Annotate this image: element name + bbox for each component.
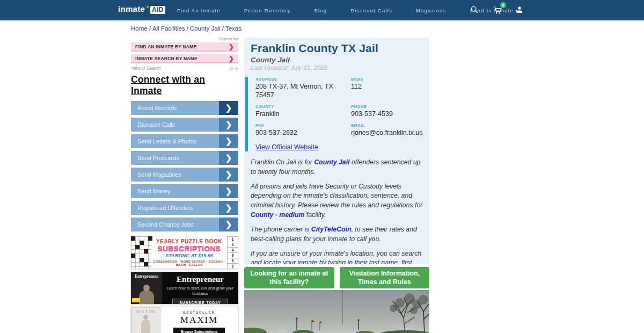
yahoo-search-label: Yahoo! Search	[131, 66, 161, 71]
beds-value: 112	[351, 82, 423, 91]
header-nav: Find An InmatePrison DirectoryBlogDiscou…	[177, 0, 518, 20]
search-icon[interactable]	[470, 5, 480, 15]
nav-prison-directory[interactable]: Prison Directory	[244, 8, 291, 13]
sudoku-digit: 9	[232, 254, 234, 257]
sudoku-digit: 2	[232, 264, 234, 268]
sidebar-item-label: Discount Calls	[131, 118, 219, 132]
cart-icon[interactable]: 0	[493, 5, 502, 15]
sidebar-item-second-chance-jobs[interactable]: Second Chance Jobs❯	[131, 218, 238, 231]
sidebar-item-discount-calls[interactable]: Discount Calls❯	[131, 118, 238, 132]
facility-photo	[244, 290, 429, 333]
sidebar-item-send-postcards[interactable]: Send Postcards❯	[131, 151, 238, 165]
breadcrumb-separator: /	[222, 25, 224, 32]
last-updated: Last Updated: July 21, 2025	[251, 64, 423, 71]
account-icon[interactable]	[515, 5, 525, 15]
sidebar-item-send-money[interactable]: Send Money❯	[131, 184, 238, 198]
breadcrumb-texas[interactable]: Texas	[225, 25, 241, 32]
county-value: Franklin	[255, 110, 347, 118]
logo-aid-badge: AID	[150, 6, 165, 14]
sidebar-item-label: Send Letters & Photos	[131, 134, 219, 148]
sidebar-item-label: Arrest Records	[131, 101, 219, 115]
sidebar-item-registered-offenders[interactable]: Registered Offenders❯	[131, 201, 238, 215]
puzzle-book-ad[interactable]: 144952 YEARLY PUZZLE BOOK SUBSCRIPTIONS …	[131, 236, 238, 269]
search-for-label: Search for	[131, 37, 238, 41]
breadcrumb-home[interactable]: Home	[131, 25, 148, 32]
ad-link-label: INMATE SEARCH BY NAME	[135, 56, 197, 61]
adchoices-icon[interactable]: ▷	[230, 66, 233, 71]
body-paragraph: The phone carrier is CityTeleCoin, to se…	[251, 225, 423, 244]
puzzle-ad-price: STARTING AT $19.95	[151, 253, 227, 258]
sudoku-digit: 1	[232, 237, 234, 241]
body-paragraph: Franklin Co Jail is for County Jail offe…	[251, 158, 423, 177]
nav-find-an-inmate[interactable]: Find An Inmate	[177, 8, 221, 13]
ad-link-label: FIND AN INMATE BY NAME	[135, 44, 196, 49]
fax-value: 903-537-2632	[255, 128, 347, 137]
official-website-link[interactable]: View Official Website	[255, 143, 318, 151]
sudoku-digit: 4	[232, 243, 234, 247]
header-icons: 0	[470, 0, 525, 20]
beds-cell: BEDS 112	[351, 77, 423, 99]
site-logo[interactable]: inmate✶AID	[118, 4, 165, 13]
facility-info: ADDRESS 208 TX-37, Mt Vernon, TX 75457 B…	[245, 77, 423, 151]
connect-heading: Connect with an Inmate	[131, 74, 238, 97]
puzzle-ad-line2: SUBSCRIPTIONS	[151, 244, 227, 252]
link-county-jail[interactable]: County Jail	[314, 158, 349, 166]
entrepreneur-tagline: Learn how to start, run and grow your bu…	[162, 286, 238, 296]
ad-footer: Yahoo! Search ▷⊘	[131, 66, 238, 71]
entrepreneur-cover: Entrepreneur	[131, 272, 162, 304]
maxim-ad[interactable]: MAXIM HOT 100 BESTSELLER MAXIM Browse Su…	[131, 307, 238, 333]
fax-cell: FAX 903-537-2632	[255, 123, 347, 137]
browse-subscriptions-button[interactable]: Browse Subscriptions	[173, 328, 225, 333]
sidebar-item-send-magazines[interactable]: Send Magazines❯	[131, 168, 238, 182]
chevron-right-icon: ❯	[219, 218, 238, 231]
phone-label: PHONE	[351, 104, 423, 109]
nav-blog[interactable]: Blog	[314, 8, 327, 13]
phone-cell: PHONE 903-537-4539	[351, 104, 423, 118]
sudoku-digit: 5	[232, 259, 234, 263]
sidebar-item-label: Send Postcards	[131, 151, 219, 165]
search-ad-link-inmate-search-by-name[interactable]: INMATE SEARCH BY NAME❯	[131, 54, 238, 63]
cta-visitation-information-times-button[interactable]: Visitation Information, Times and Rules	[340, 267, 430, 288]
facility-type: County Jail	[251, 56, 423, 64]
link-citytelecoin[interactable]: CityTeleCoin	[311, 226, 352, 233]
body-paragraph: If you are unsure of your inmate's locat…	[251, 249, 423, 264]
sudoku-graphic: 144952	[227, 236, 238, 269]
cart-count-badge: 0	[500, 2, 506, 8]
top-nav-bar: inmate✶AID Find An InmatePrison Director…	[0, 0, 644, 20]
fax-label: FAX	[255, 123, 347, 128]
sidebar-item-label: Send Magazines	[131, 168, 219, 182]
nav-magazines[interactable]: Magazines	[416, 8, 447, 13]
entrepreneur-ad[interactable]: Entrepreneur Entrepreneur Learn how to s…	[131, 272, 238, 304]
maxim-cover-title: MAXIM	[132, 309, 160, 314]
sidebar-buttons: Arrest Records❯Discount Calls❯Send Lette…	[131, 101, 238, 231]
chevron-right-icon: ❯	[219, 168, 238, 182]
breadcrumb-separator: /	[149, 25, 151, 32]
breadcrumb-county-jail[interactable]: County Jail	[190, 25, 221, 32]
sidebar-item-label: Second Chance Jobs	[131, 218, 219, 231]
chevron-right-icon: ❯	[229, 43, 234, 50]
breadcrumb: Home/All Facilities/County Jail/Texas	[131, 25, 241, 32]
sidebar-item-arrest-records[interactable]: Arrest Records❯	[131, 101, 238, 115]
address-value: 208 TX-37, Mt Vernon, TX 75457	[255, 82, 347, 99]
body-paragraph: All prisons and jails have Security or C…	[251, 182, 423, 220]
phone-value: 903-537-4539	[351, 110, 423, 118]
maxim-brand: MAXIM	[160, 315, 238, 325]
search-ad-link-find-an-inmate-by-name[interactable]: FIND AN INMATE BY NAME❯	[131, 42, 238, 52]
sidebar-item-send-letters-photos[interactable]: Send Letters & Photos❯	[131, 134, 238, 148]
chevron-right-icon: ❯	[219, 134, 238, 148]
chevron-right-icon: ❯	[219, 101, 238, 115]
entrepreneur-brand: Entrepreneur	[162, 275, 238, 284]
breadcrumb-all-facilities[interactable]: All Facilities	[152, 25, 185, 32]
beds-label: BEDS	[351, 77, 423, 82]
subscribe-today-button[interactable]: SUBSCRIBE TODAY	[172, 299, 228, 305]
person-photo	[139, 290, 154, 304]
ad-info-icon[interactable]: ⊘	[235, 66, 238, 71]
nav-discount-calls[interactable]: Discount Calls	[350, 8, 392, 13]
breadcrumb-separator: /	[187, 25, 188, 32]
sidebar-item-label: Registered Offenders	[131, 201, 219, 215]
cta-looking-for-an-inmate-at-thi-button[interactable]: Looking for an inmate at this facility?	[244, 267, 334, 288]
link-county-medium[interactable]: County - medium	[251, 211, 304, 219]
sidebar-item-label: Send Money	[131, 184, 219, 198]
chevron-right-icon: ❯	[219, 118, 238, 132]
chevron-right-icon: ❯	[219, 201, 238, 215]
